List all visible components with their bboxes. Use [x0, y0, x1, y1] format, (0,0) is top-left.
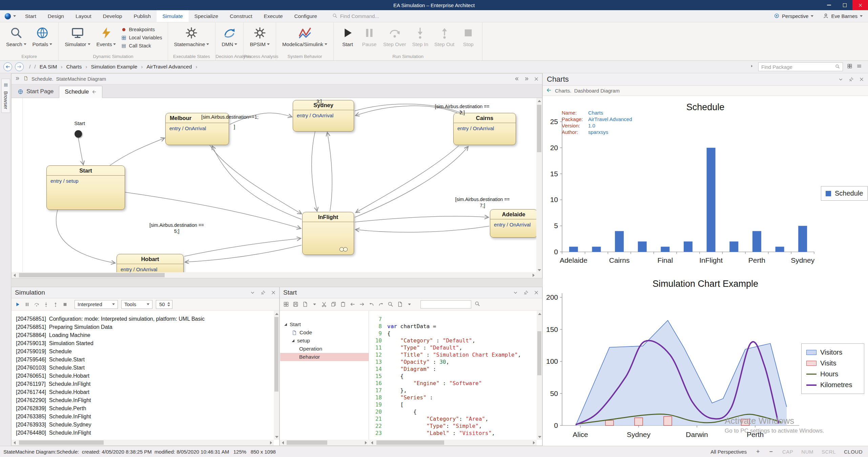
stop-icon[interactable] [62, 302, 68, 307]
expand-path-icon[interactable] [749, 64, 754, 68]
menu-tab-specialize[interactable]: Specialize [189, 10, 224, 22]
navigate-forward-icon[interactable] [359, 301, 365, 307]
maximize-button[interactable] [837, 0, 852, 10]
tools-select[interactable]: Tools [121, 300, 152, 309]
pin-icon[interactable] [523, 290, 529, 295]
tree-horizontal-scrollbar[interactable] [280, 440, 369, 445]
diagram-vertical-scrollbar[interactable] [536, 98, 542, 273]
step-in-icon[interactable] [43, 302, 49, 307]
speed-stepper[interactable]: 50 [156, 300, 172, 309]
perspective-menu[interactable]: Perspective [774, 13, 813, 20]
menu-tab-execute[interactable]: Execute [258, 10, 289, 22]
tree-item-operation[interactable]: Operation [280, 345, 369, 353]
new-document-icon[interactable] [302, 301, 308, 307]
tree-item-setup[interactable]: setup [280, 337, 369, 345]
state-sydney[interactable]: Sydneyentry / OnArrival [293, 100, 354, 132]
initial-node[interactable] [75, 130, 82, 138]
ribbon-button-step-in[interactable]: Step In [410, 25, 431, 48]
code-vertical-scrollbar[interactable] [537, 311, 542, 440]
simulation-vertical-scrollbar[interactable] [274, 311, 279, 440]
find-command-input[interactable]: Find Command... [332, 10, 379, 22]
dropdown-icon[interactable] [407, 301, 412, 307]
ribbon-button-local-variables[interactable]: Local Variables [121, 35, 162, 40]
ribbon-button-portals[interactable]: Portals [30, 25, 55, 48]
ribbon-button-call-stack[interactable]: Call Stack [121, 43, 162, 48]
code-horizontal-scrollbar[interactable] [369, 440, 537, 445]
script-icon[interactable] [397, 301, 403, 307]
model-views-icon[interactable] [847, 63, 852, 69]
pin-icon[interactable] [849, 77, 854, 82]
pin-icon[interactable] [261, 290, 266, 295]
expander-icon[interactable] [284, 323, 287, 326]
app-menu-button[interactable] [0, 10, 19, 22]
simulation-log[interactable]: [204756851] Configuration: mode: Interpr… [12, 311, 274, 440]
ribbon-button-start[interactable]: Start [337, 25, 358, 48]
scroll-tabs-left-icon[interactable] [514, 76, 519, 81]
navigate-forward-button[interactable] [15, 62, 24, 71]
close-pane-icon[interactable] [271, 290, 276, 295]
tree-item-behavior[interactable]: Behavior [280, 353, 369, 361]
menu-tab-develop[interactable]: Develop [97, 10, 128, 22]
menu-tab-design[interactable]: Design [42, 10, 70, 22]
ribbon-button-modelica-simulink[interactable]: Modelica/Simulink [280, 25, 330, 48]
find-in-script-icon[interactable] [475, 301, 480, 306]
ribbon-button-statemachine[interactable]: Statemachine [171, 25, 212, 48]
dock-menu-icon[interactable] [838, 77, 843, 82]
menu-tab-simulate[interactable]: Simulate [157, 10, 188, 22]
ribbon-button-dmn[interactable]: DMN [219, 25, 240, 48]
undo-icon[interactable] [369, 301, 374, 307]
navigate-back-icon[interactable] [350, 301, 355, 307]
expand-toolbar-icon[interactable] [15, 76, 20, 81]
close-pane-icon[interactable] [534, 290, 539, 295]
state-adelaide[interactable]: Adelaideentry / OnArrival [490, 209, 536, 238]
dock-menu-icon[interactable] [513, 290, 518, 295]
scroll-tabs-right-icon[interactable] [524, 76, 529, 81]
redo-icon[interactable] [378, 301, 384, 307]
ribbon-button-pause[interactable]: Pause [359, 25, 380, 48]
state-hobart[interactable]: Hobartentry / OnArrival [117, 254, 184, 273]
navigate-back-button[interactable] [3, 62, 12, 71]
menu-tab-publish[interactable]: Publish [128, 10, 157, 22]
run-icon[interactable] [15, 302, 20, 307]
copy-icon[interactable] [331, 301, 336, 307]
pause-icon[interactable] [24, 302, 30, 307]
save-icon[interactable] [293, 301, 298, 307]
menu-tab-construct[interactable]: Construct [224, 10, 258, 22]
state-inflight[interactable]: InFlight [302, 212, 354, 255]
browser-tab[interactable]: Browser [1, 79, 10, 113]
menu-tab-start[interactable]: Start [19, 10, 42, 22]
code-editor[interactable]: 78var chartData =9{10 "Category" : "Defa… [369, 311, 537, 440]
diagram-horizontal-scrollbar[interactable] [12, 272, 536, 278]
ribbon-button-step-over[interactable]: Step Over [380, 25, 409, 48]
close-button[interactable] [852, 0, 868, 10]
state-start[interactable]: Startentry / setup [46, 165, 125, 210]
tree-item-start[interactable]: Start [280, 320, 369, 329]
ribbon-button-simulator[interactable]: Simulator [62, 25, 93, 48]
user-menu[interactable]: Eve Barnes [823, 13, 863, 20]
diagram-tab-schedule[interactable]: Schedule [59, 86, 102, 98]
more-options-icon[interactable] [312, 301, 317, 307]
state-cairns[interactable]: Cairnsentry / OnArrival [453, 113, 516, 145]
ribbon-button-events[interactable]: Events [94, 25, 119, 48]
ribbon-button-breakpoints[interactable]: Breakpoints [121, 27, 162, 32]
editor-search-input[interactable] [420, 300, 471, 309]
zoom-in-button[interactable]: + [756, 448, 760, 455]
dock-menu-icon[interactable] [250, 290, 255, 295]
expander-icon[interactable] [292, 339, 294, 342]
search-icon[interactable] [388, 301, 393, 307]
find-package-input[interactable]: Find Package [758, 62, 843, 71]
ribbon-button-stop[interactable]: Stop [458, 25, 479, 48]
breadcrumb-item[interactable]: AirTravel Advanced [146, 64, 192, 70]
hamburger-menu-icon[interactable] [856, 63, 862, 69]
zoom-out-button[interactable]: − [769, 448, 773, 455]
simulation-mode-select[interactable]: Interpreted [75, 300, 118, 309]
diagram-tab-start-page[interactable]: Start Page [12, 85, 59, 98]
tree-item-code[interactable]: Code [280, 329, 369, 337]
ribbon-button-bpsim[interactable]: BPSIM [247, 25, 272, 48]
breadcrumb-item[interactable]: EA SIM [40, 64, 57, 70]
close-pane-icon[interactable] [859, 77, 864, 82]
minimize-button[interactable] [821, 0, 837, 10]
navigate-back-icon[interactable] [546, 87, 552, 93]
view-options-icon[interactable] [283, 301, 289, 307]
cut-icon[interactable] [321, 301, 327, 307]
